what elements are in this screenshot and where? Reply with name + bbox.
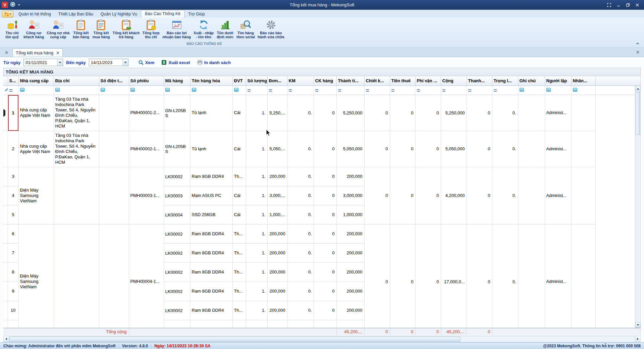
- cell-thanh-tien[interactable]: 200,000: [336, 167, 364, 186]
- scroll-right-button[interactable]: [635, 336, 640, 342]
- cell-ck-hang[interactable]: 0: [314, 262, 336, 282]
- column-header-ck-hang[interactable]: CK hàng: [314, 76, 336, 86]
- application-menu-button[interactable]: [2, 11, 13, 17]
- cell-so-luong[interactable]: 1.: [246, 301, 267, 320]
- cell-ma-hang[interactable]: LK00002: [164, 243, 190, 262]
- cell-thanh-toan[interactable]: 0: [467, 224, 492, 328]
- filter-cell-ten-hang-hoa[interactable]: [190, 86, 232, 95]
- cell-nhan-vien[interactable]: [571, 131, 595, 167]
- scroll-left-button[interactable]: [4, 336, 9, 342]
- cell-so-luong[interactable]: [246, 320, 267, 328]
- column-header-trong-luong[interactable]: Trọng l...: [492, 76, 518, 86]
- cell-ck-hang[interactable]: 0: [314, 301, 336, 320]
- view-button[interactable]: Xem: [136, 59, 156, 66]
- cell-phi-van[interactable]: 0: [415, 167, 441, 224]
- cell-ck-hang[interactable]: 0: [314, 243, 336, 262]
- cell-km[interactable]: 0.: [287, 282, 314, 301]
- cell-thanh-tien[interactable]: 200,000: [336, 262, 364, 282]
- cell-km[interactable]: 0.: [287, 167, 314, 186]
- cell-dvt[interactable]: Cái: [232, 186, 246, 205]
- cell-ck-hang[interactable]: 0: [314, 167, 336, 186]
- cell-dvt[interactable]: Th...: [232, 282, 246, 301]
- column-header-so-phieu[interactable]: Số phiếu: [129, 76, 164, 86]
- column-header-nguoi-lap[interactable]: Người lập: [545, 76, 571, 86]
- row-indicator-cell[interactable]: [3, 205, 8, 224]
- cell-ghi-chu[interactable]: [518, 95, 545, 131]
- cell-ck-hang[interactable]: 0: [314, 224, 336, 243]
- cell-ck-hang[interactable]: 0: [314, 186, 336, 205]
- cell-chiet-khau[interactable]: 0: [364, 167, 390, 224]
- filter-cell-thanh-tien[interactable]: [336, 86, 364, 95]
- cell-ten-hang[interactable]: Ram 8GB DDR4: [190, 167, 232, 186]
- cell-trong-luong[interactable]: 0.: [492, 167, 518, 224]
- cell-nhan-vien[interactable]: [571, 95, 595, 131]
- row-indicator-cell[interactable]: [3, 262, 8, 282]
- cell-tien-thue[interactable]: 0: [390, 131, 415, 167]
- column-header-chiet-khau[interactable]: Chiết k...: [364, 76, 390, 86]
- cell-tien-thue[interactable]: 0: [390, 167, 415, 224]
- cell-thanh-tien[interactable]: 5,250,000: [336, 95, 364, 131]
- ribbon-tab-quan-tri-he-thong[interactable]: Quản trị hệ thống: [15, 10, 55, 18]
- column-header-nhan-vien[interactable]: Nhân...: [571, 76, 595, 86]
- cell-nguoi-lap[interactable]: Administ...: [545, 224, 571, 328]
- filter-cell-ck-hang[interactable]: [314, 86, 336, 95]
- cell-thanh-tien[interactable]: 200,000: [336, 301, 364, 320]
- ribbon-tab-bao-cao-thong-ke[interactable]: Báo Cáo Thống Kê: [141, 10, 184, 18]
- cell-so-luong[interactable]: 1.: [246, 282, 267, 301]
- filter-cell-tien-thue[interactable]: [390, 86, 415, 95]
- cell-ma-hang[interactable]: LK00002: [164, 301, 190, 320]
- cell-dvt[interactable]: [232, 320, 246, 328]
- filter-cell-so-dien-thoai[interactable]: [99, 86, 129, 95]
- filter-cell-so-phieu[interactable]: [129, 86, 164, 95]
- cell-don-gia[interactable]: 200,000: [267, 301, 287, 320]
- cell-stt[interactable]: 1: [8, 95, 18, 131]
- close-all-tabs-button[interactable]: [3, 49, 9, 55]
- cell-address[interactable]: [54, 224, 99, 328]
- cell-tien-thue[interactable]: 0: [390, 224, 415, 328]
- cell-dvt[interactable]: Th...: [232, 243, 246, 262]
- row-indicator-cell[interactable]: [3, 131, 8, 167]
- cell-thanh-tien[interactable]: [336, 320, 364, 328]
- cell-so-luong[interactable]: 1.: [246, 262, 267, 282]
- cell-km[interactable]: 0.: [287, 186, 314, 205]
- from-date-dropdown-icon[interactable]: [57, 59, 63, 66]
- cell-tien-thue[interactable]: 0: [390, 95, 415, 131]
- scroll-up-button[interactable]: [635, 86, 640, 91]
- horizontal-scroll-thumb[interactable]: [9, 337, 460, 342]
- row-indicator-cell[interactable]: [3, 282, 8, 301]
- cell-ma-hang[interactable]: LK00003: [164, 186, 190, 205]
- cell-phi-van[interactable]: 0: [415, 95, 441, 131]
- from-date-value[interactable]: [24, 59, 57, 66]
- ribbon-button-tong-ket-ban-hang[interactable]: Tổng kết bán hàng: [71, 18, 91, 39]
- ribbon-collapse-icon[interactable]: [635, 41, 640, 45]
- cell-stt[interactable]: 4: [8, 186, 18, 205]
- cell-ten-hang[interactable]: Main ASUS PC: [190, 186, 232, 205]
- cell-stt[interactable]: 7: [8, 243, 18, 262]
- to-date-input[interactable]: [89, 59, 128, 66]
- horizontal-scrollbar[interactable]: [3, 336, 641, 342]
- cell-phi-van[interactable]: 0: [415, 224, 441, 328]
- ribbon-tab-tro-giup[interactable]: Trợ Giúp: [184, 10, 208, 18]
- column-header-dia-chi[interactable]: Địa chỉ: [54, 76, 99, 86]
- fullscreen-button[interactable]: [605, 2, 613, 8]
- from-date-input[interactable]: [23, 59, 63, 66]
- filter-cell-cong[interactable]: [441, 86, 467, 95]
- cell-thanh-tien[interactable]: 1,000,000: [336, 205, 364, 224]
- cell-so-phieu[interactable]: PMH00001-2...: [129, 95, 164, 131]
- cell-ck-hang[interactable]: 0: [314, 282, 336, 301]
- cell-ten-hang[interactable]: SSD 256GB: [190, 205, 232, 224]
- cell-ck-hang[interactable]: 0: [314, 205, 336, 224]
- cell-address[interactable]: Tầng 03 Tòa nhà Indochina Park Tower, Số…: [54, 95, 99, 131]
- cell-don-gia[interactable]: 200,000: [267, 224, 287, 243]
- cell-don-gia[interactable]: 3,000,...: [267, 186, 287, 205]
- cell-stt[interactable]: 8: [8, 262, 18, 282]
- cell-cong[interactable]: 5,050,000: [441, 131, 467, 167]
- ribbon-tab-quan-ly-nghiep-vu[interactable]: Quản Lý Nghiệp Vụ: [97, 10, 141, 18]
- filter-cell-ma-hang[interactable]: [164, 86, 190, 95]
- cell-so-phieu[interactable]: PMH00002-1...: [129, 131, 164, 167]
- row-indicator-cell[interactable]: [3, 186, 8, 205]
- cell-ten-hang[interactable]: Ram 8GB DDR4: [190, 224, 232, 243]
- filter-cell-thanh-toan[interactable]: [467, 86, 492, 95]
- column-header-stt[interactable]: S...: [8, 76, 18, 86]
- ribbon-button-cong-no-nha-cung-cap[interactable]: Công nợ nhà cung cấp: [45, 18, 71, 39]
